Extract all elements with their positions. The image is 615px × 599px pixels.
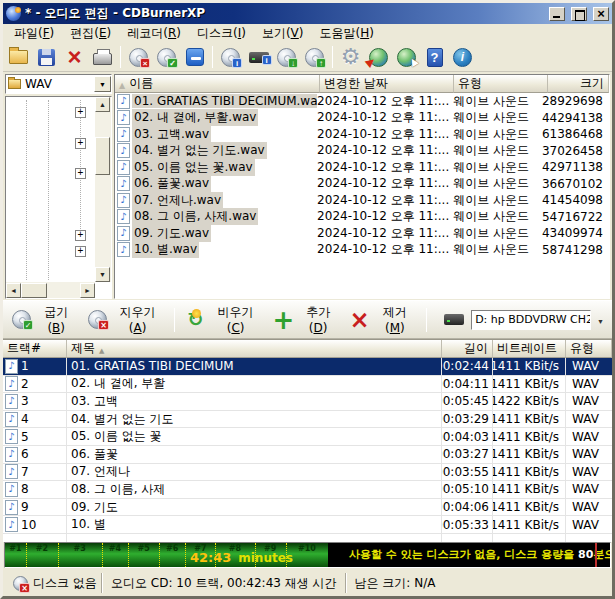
- column-header-length[interactable]: 길이: [442, 340, 493, 358]
- disc-status-text: 디스크 없음: [33, 575, 97, 592]
- print-button[interactable]: [89, 44, 116, 70]
- column-header-bitrate[interactable]: 비트레이트: [493, 340, 566, 358]
- close-button[interactable]: [593, 7, 609, 21]
- import-disc-button[interactable]: ↓: [273, 44, 300, 70]
- burn-disc-icon: ✓: [157, 48, 176, 67]
- file-row[interactable]: 01. GRATIAS TIBI DECIMUM.wav2024-10-12 오…: [115, 93, 609, 110]
- track-row[interactable]: 303. 고백00:05:451422 KBit/sWAV: [3, 393, 612, 411]
- scroll-left-icon[interactable]: ◄: [6, 283, 21, 298]
- file-row[interactable]: 02. 내 곁에, 부활.wav2024-10-12 오후 11:...웨이브 …: [115, 110, 609, 127]
- file-name-cell: 08. 그 이름, 사제.wav: [115, 208, 317, 225]
- music-note-icon: [5, 429, 18, 444]
- file-row[interactable]: 05. 이름 없는 꽃.wav2024-10-12 오후 11:...웨이브 사…: [115, 159, 609, 176]
- help-button[interactable]: [421, 44, 448, 70]
- title-bar[interactable]: * - 오디오 편집 - CDBurnerXP: [3, 3, 612, 24]
- column-header-size[interactable]: 크기: [548, 75, 609, 93]
- add-button[interactable]: 추가(D): [268, 301, 343, 338]
- about-button[interactable]: [449, 44, 476, 70]
- track-type-cell: WAV: [566, 376, 612, 393]
- disc-info-button[interactable]: i: [217, 44, 244, 70]
- column-header-type[interactable]: 유형: [566, 340, 612, 358]
- file-size-cell: 58741298: [542, 243, 609, 257]
- close-compilation-button[interactable]: [61, 44, 88, 70]
- minimize-button[interactable]: [549, 7, 565, 21]
- folder-tree[interactable]: ▲ ▼ ◄ ►: [5, 96, 112, 299]
- file-row[interactable]: 07. 언제나.wav2024-10-12 오후 11:...웨이브 사운드41…: [115, 192, 609, 209]
- toolbar-overflow-icon[interactable]: [593, 312, 608, 327]
- scroll-up-icon[interactable]: ▲: [95, 97, 110, 112]
- close-compilation-icon: [67, 47, 81, 68]
- track-bitrate-cell: 1411 KBit/s: [493, 481, 566, 498]
- erase-button[interactable]: ×지우기(A): [83, 301, 168, 338]
- tree-horizontal-scrollbar[interactable]: ◄ ►: [6, 282, 95, 298]
- track-row[interactable]: 404. 별거 없는 기도00:03:291411 KBit/sWAV: [3, 411, 612, 429]
- eject-button[interactable]: [181, 44, 208, 70]
- music-note-icon: [117, 110, 130, 125]
- menu-file[interactable]: 파일(F): [7, 24, 61, 43]
- scroll-thumb[interactable]: [21, 283, 47, 298]
- file-size-cell: 37026458: [542, 144, 609, 158]
- menu-edit[interactable]: 편집(E): [63, 24, 118, 43]
- track-row[interactable]: 1010. 별00:05:331411 KBit/sWAV: [3, 516, 612, 534]
- track-row[interactable]: 505. 이름 없는 꽃00:04:031411 KBit/sWAV: [3, 428, 612, 446]
- drive-info-button[interactable]: i: [245, 44, 272, 70]
- music-note-icon: [117, 143, 130, 158]
- tree-expand-icon[interactable]: [75, 107, 86, 118]
- file-row[interactable]: 06. 풀꽃.wav2024-10-12 오후 11:...웨이브 사운드366…: [115, 176, 609, 193]
- new-compilation-button[interactable]: [5, 44, 32, 70]
- menu-view[interactable]: 보기(V): [255, 24, 311, 43]
- track-row[interactable]: 808. 그 이름, 사제00:05:101411 KBit/sWAV: [3, 481, 612, 499]
- menu-disc[interactable]: 디스크(I): [190, 24, 253, 43]
- clear-label: 비우기(C): [210, 304, 260, 335]
- file-row[interactable]: 08. 그 이름, 사제.wav2024-10-12 오후 11:...웨이브 …: [115, 209, 609, 226]
- tree-expand-icon[interactable]: [75, 168, 86, 179]
- file-row[interactable]: 04. 별거 없는 기도.wav2024-10-12 오후 11:...웨이브 …: [115, 143, 609, 160]
- track-row[interactable]: 707. 언제나00:03:551411 KBit/sWAV: [3, 464, 612, 482]
- column-header-title[interactable]: 제목: [67, 340, 442, 358]
- menu-help[interactable]: 도움말(H): [312, 24, 380, 43]
- menu-recorder[interactable]: 레코더(R): [120, 24, 188, 43]
- file-row[interactable]: 10. 별.wav2024-10-12 오후 11:...웨이브 사운드5874…: [115, 242, 609, 259]
- tree-expand-icon[interactable]: [75, 138, 86, 149]
- file-size-cell: 28929698: [542, 94, 609, 108]
- file-row[interactable]: 09. 기도.wav2024-10-12 오후 11:...웨이브 사운드434…: [115, 225, 609, 242]
- scroll-down-icon[interactable]: ▼: [95, 267, 110, 282]
- website-globe-button[interactable]: [393, 44, 420, 70]
- folder-combo-dropdown-icon[interactable]: [94, 76, 111, 92]
- track-marker-divider: [185, 543, 186, 567]
- settings-gear-button[interactable]: [337, 44, 364, 70]
- tree-expand-icon[interactable]: [75, 246, 86, 257]
- drive-button[interactable]: [439, 311, 469, 328]
- maximize-button[interactable]: [571, 7, 587, 21]
- erase-disc-button[interactable]: ×: [125, 44, 152, 70]
- file-row[interactable]: 03. 고백.wav2024-10-12 오후 11:...웨이브 사운드613…: [115, 126, 609, 143]
- column-header-name[interactable]: 이름: [115, 75, 320, 93]
- remove-button[interactable]: 제거(M): [344, 301, 420, 338]
- burn-disc-button[interactable]: ✓: [153, 44, 180, 70]
- track-row[interactable]: 606. 풀꽃00:03:271411 KBit/sWAV: [3, 446, 612, 464]
- tree-expand-icon[interactable]: [75, 230, 86, 241]
- track-row[interactable]: 202. 내 곁에, 부활00:04:111411 KBit/sWAV: [3, 376, 612, 394]
- remaining-size-text: 남은 크기: N/A: [355, 575, 436, 592]
- export-disc-button[interactable]: ↑: [301, 44, 328, 70]
- folder-path-combo[interactable]: WAV: [5, 74, 112, 94]
- scroll-thumb[interactable]: [95, 137, 110, 175]
- drive-select-combo[interactable]: D: hp BDDVDRW CH28N: [471, 310, 591, 330]
- track-row[interactable]: 101. GRATIAS TIBI DECIMUM00:02:441411 KB…: [3, 358, 612, 376]
- burn-button[interactable]: ✓굽기(B): [7, 301, 81, 338]
- track-marker-label: #2: [36, 544, 48, 553]
- scroll-right-icon[interactable]: ►: [80, 283, 95, 298]
- tree-vertical-scrollbar[interactable]: ▲ ▼: [95, 97, 111, 282]
- clear-button[interactable]: 비우기(C): [181, 301, 266, 338]
- window-title: * - 오디오 편집 - CDBurnerXP: [25, 5, 543, 22]
- update-globe-button[interactable]: [365, 44, 392, 70]
- track-marker-divider: [128, 543, 129, 567]
- column-header-type[interactable]: 유형: [454, 75, 548, 93]
- column-label: 트랙#: [7, 340, 41, 357]
- file-name: 06. 풀꽃.wav: [132, 175, 211, 192]
- column-header-date[interactable]: 변경한 날짜: [320, 75, 454, 93]
- file-name: 03. 고백.wav: [132, 126, 211, 143]
- save-compilation-button[interactable]: [33, 44, 60, 70]
- column-header-track[interactable]: 트랙#: [3, 340, 67, 358]
- track-row[interactable]: 909. 기도00:04:061411 KBit/sWAV: [3, 499, 612, 517]
